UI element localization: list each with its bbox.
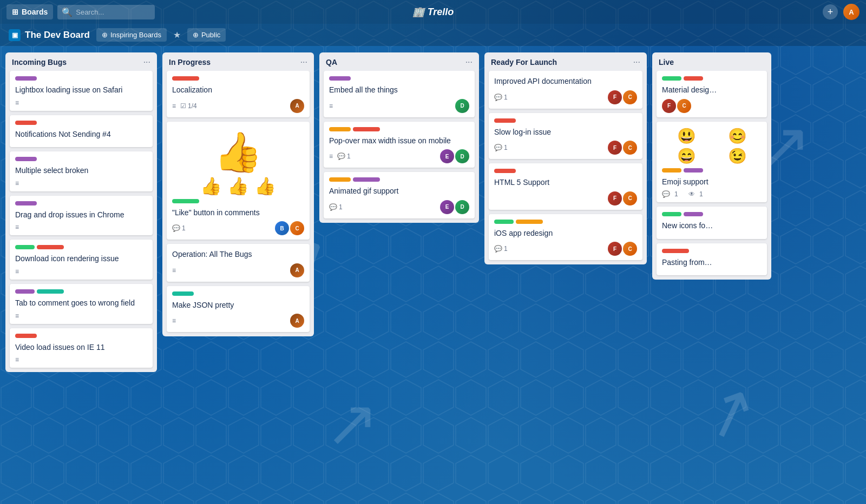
card-title: iOS app redesign [494, 228, 637, 239]
column-menu-button-inprogress[interactable]: ··· [300, 58, 307, 67]
plus-icon: + [828, 6, 834, 18]
avatar-card: C [623, 242, 637, 256]
card-ios-redesign[interactable]: iOS app redesign 💬 1 F C [489, 214, 642, 261]
thumb-green: 👍 [227, 176, 249, 196]
emoji-grid: 😃 😊 😄 😉 [662, 127, 762, 165]
card-title: Improved API documentation [494, 76, 637, 87]
boards-label: Boards [22, 8, 48, 16]
card-avatars: F C [662, 99, 691, 113]
comment-meta: 💬 1 [172, 224, 186, 232]
card-title: Localization [172, 85, 304, 96]
label-purple [15, 157, 37, 161]
avatar-card: A [290, 314, 304, 328]
card-lightbox[interactable]: Lightbox loading issue on Safari ≡ [10, 71, 153, 111]
avatar-card: F [608, 242, 622, 256]
card-title: Lightbox loading issue on Safari [15, 85, 147, 96]
card-emoji-support[interactable]: 😃 😊 😄 😉 Emoji support 💬 1 👁 1 [657, 122, 767, 203]
card-avatars: A [290, 263, 304, 277]
card-avatars: F C [608, 191, 637, 205]
comment-count: 1 [347, 152, 351, 160]
visibility-button[interactable]: ⊕ Public [187, 28, 226, 42]
card-pasting-from[interactable]: Pasting from… [657, 243, 767, 276]
card-download-icon[interactable]: Download icon rendering issue ≡ [10, 240, 153, 280]
check-icon: ☑ [180, 102, 186, 110]
card-meta: ≡ [329, 102, 333, 110]
card-animated-gif[interactable]: Animated gif support 💬 1 E D [324, 172, 475, 218]
card-popover-width[interactable]: Pop-over max width issue on mobile ≡ 💬 1… [324, 122, 475, 168]
add-button[interactable]: + [823, 4, 838, 19]
card-notifications[interactable]: Notifications Not Sending #4 [10, 115, 153, 148]
card-footer: ≡ A [172, 263, 304, 277]
column-menu-button-qa[interactable]: ··· [465, 58, 473, 67]
card-video-load[interactable]: Video load issues on IE 11 ≡ [10, 328, 153, 368]
comment-icon: 💬 [494, 94, 502, 101]
card-api-docs[interactable]: Improved API documentation 💬 1 F C [489, 71, 642, 109]
emoji-face-4: 😉 [713, 147, 762, 165]
card-labels [172, 199, 304, 203]
avatar-card: D [455, 149, 469, 163]
card-labels [494, 118, 637, 123]
card-title: Video load issues on IE 11 [15, 342, 147, 353]
card-title: Emoji support [662, 177, 762, 188]
card-title: Tab to comment goes to wrong field [15, 298, 147, 309]
card-json-pretty[interactable]: Make JSON pretty ≡ A [167, 286, 310, 333]
card-meta: ≡ [172, 317, 176, 324]
avatar-card: E [440, 200, 454, 214]
user-avatar[interactable]: A [843, 4, 860, 20]
search-box: 🔍 [57, 5, 155, 19]
card-avatars: F C [608, 242, 637, 256]
comment-count: 1 [674, 190, 678, 198]
card-operation-bugs[interactable]: Operation: All The Bugs ≡ A [167, 244, 310, 282]
card-labels [15, 157, 147, 161]
avatar-card: D [455, 99, 469, 113]
card-drag-drop[interactable]: Drag and drop issues in Chrome ≡ [10, 196, 153, 236]
board-title[interactable]: The Dev Board [25, 30, 90, 41]
avatar-card: F [608, 141, 622, 155]
card-embed-things[interactable]: Embed all the things ≡ D [324, 71, 475, 117]
card-new-icons[interactable]: New icons fo… [657, 207, 767, 239]
card-multiple-select[interactable]: Multiple select broken ≡ [10, 151, 153, 191]
column-cards-ready: Improved API documentation 💬 1 F C [484, 71, 647, 264]
card-avatars: A [290, 99, 304, 113]
avatar-card: B [275, 221, 289, 235]
label-red [353, 127, 380, 131]
card-labels [172, 76, 304, 81]
desc-icon: ≡ [15, 180, 19, 187]
boards-button[interactable]: ⊞ Boards [6, 4, 53, 19]
emoji-face-1: 😃 [662, 127, 711, 145]
label-red [172, 76, 199, 81]
avatar-card: C [677, 99, 691, 113]
label-green [494, 220, 514, 224]
workspace-button[interactable]: ⊕ Inspiring Boards [96, 28, 167, 42]
grid-icon: ⊞ [12, 8, 18, 16]
card-localization[interactable]: Localization ≡ ☑ 1/4 A [167, 71, 310, 117]
board-icon: ▣ [9, 29, 21, 41]
thumbs-row: 👍 👍 👍 [200, 176, 276, 196]
card-html5-support[interactable]: HTML 5 Support F C [489, 163, 642, 210]
avatar-card: E [440, 149, 454, 163]
card-footer: ≡ D [329, 99, 469, 113]
card-slow-login[interactable]: Slow log-in issue 💬 1 F C [489, 113, 642, 160]
card-title: Pasting from… [662, 257, 762, 268]
card-labels [15, 289, 147, 294]
label-purple [353, 177, 380, 182]
label-yellow [329, 177, 351, 182]
comment-meta: 💬 1 [494, 245, 508, 253]
card-meta: ≡ [15, 356, 147, 363]
search-input[interactable] [76, 8, 152, 16]
column-menu-button-ready[interactable]: ··· [633, 58, 640, 67]
board-title-area: ▣ The Dev Board [9, 29, 90, 41]
trello-icon: 🏢 [412, 6, 424, 18]
card-labels [494, 169, 637, 173]
board-header: ▣ The Dev Board ⊕ Inspiring Boards ★ ⊕ P… [0, 24, 866, 46]
thumbs-up-large: 👍 [214, 132, 263, 171]
comment-meta: 💬 1 [494, 144, 508, 151]
comment-count: 1 [504, 94, 508, 101]
card-like-button[interactable]: 👍 👍 👍 👍 "Like" button in comments 💬 [167, 122, 310, 240]
label-red [662, 249, 689, 253]
comment-icon: 💬 [662, 190, 670, 198]
star-button[interactable]: ★ [173, 30, 181, 40]
column-menu-button-incoming[interactable]: ··· [143, 58, 150, 67]
card-material-design[interactable]: Material desig… F C [657, 71, 767, 117]
card-tab-comment[interactable]: Tab to comment goes to wrong field ≡ [10, 284, 153, 324]
